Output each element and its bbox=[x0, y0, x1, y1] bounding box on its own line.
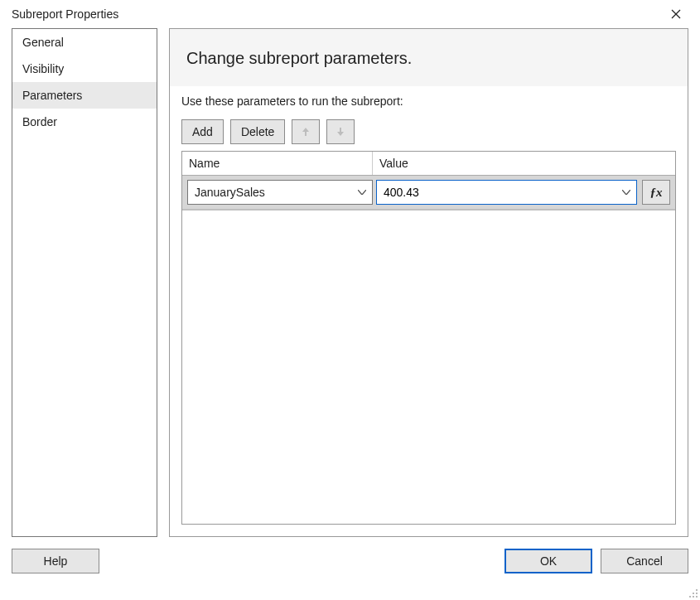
content-panel: Change subreport parameters. Use these p… bbox=[169, 28, 688, 537]
ok-button[interactable]: OK bbox=[504, 549, 592, 573]
param-name-value: JanuarySales bbox=[195, 186, 352, 199]
svg-point-7 bbox=[696, 596, 698, 598]
move-down-button[interactable] bbox=[326, 119, 355, 144]
button-label: OK bbox=[540, 554, 557, 568]
sidebar-item-label: Visibility bbox=[22, 62, 64, 75]
instruction-text: Use these parameters to run the subrepor… bbox=[181, 94, 676, 108]
button-label: Add bbox=[192, 125, 213, 138]
close-button[interactable] bbox=[662, 2, 690, 26]
sidebar-item-general[interactable]: General bbox=[12, 29, 157, 56]
table-row[interactable]: JanuarySales bbox=[182, 176, 675, 210]
chevron-down-icon bbox=[622, 190, 630, 195]
dialog-footer: Help OK Cancel bbox=[0, 544, 700, 583]
sidebar-item-label: Border bbox=[22, 115, 57, 128]
svg-point-4 bbox=[696, 593, 698, 594]
fx-icon: ƒx bbox=[650, 186, 663, 200]
help-button[interactable]: Help bbox=[12, 549, 99, 573]
svg-point-2 bbox=[696, 589, 698, 591]
param-value-input[interactable] bbox=[384, 186, 616, 199]
column-header-value: Value bbox=[373, 152, 675, 175]
svg-point-6 bbox=[693, 596, 694, 598]
arrow-up-icon bbox=[301, 127, 311, 137]
sidebar-item-visibility[interactable]: Visibility bbox=[12, 56, 157, 82]
chevron-down-icon bbox=[358, 190, 366, 195]
button-label: Delete bbox=[241, 125, 274, 138]
button-label: Help bbox=[44, 554, 68, 568]
svg-point-5 bbox=[689, 596, 691, 598]
param-value-input-wrapper bbox=[384, 186, 616, 199]
close-icon bbox=[671, 9, 681, 19]
param-toolbar: Add Delete bbox=[181, 119, 676, 144]
column-header-name: Name bbox=[182, 152, 373, 175]
expression-button[interactable]: ƒx bbox=[642, 180, 670, 205]
dialog-body: General Visibility Parameters Border Cha… bbox=[0, 28, 700, 544]
titlebar: Subreport Properties bbox=[0, 0, 700, 28]
sidebar-item-border[interactable]: Border bbox=[12, 109, 157, 135]
grid-header: Name Value bbox=[182, 152, 675, 176]
cancel-button[interactable]: Cancel bbox=[601, 549, 688, 573]
arrow-down-icon bbox=[336, 127, 345, 137]
param-value-cell: ƒx bbox=[376, 180, 670, 205]
button-label: Cancel bbox=[626, 554, 663, 568]
param-name-combo[interactable]: JanuarySales bbox=[187, 180, 373, 205]
move-up-button[interactable] bbox=[292, 119, 320, 144]
parameter-grid: Name Value JanuarySales bbox=[181, 151, 676, 525]
resize-grip-icon[interactable] bbox=[688, 588, 698, 598]
sidebar-item-label: Parameters bbox=[22, 89, 82, 102]
content-body: Use these parameters to run the subrepor… bbox=[170, 86, 688, 536]
delete-button[interactable]: Delete bbox=[230, 119, 285, 144]
svg-point-3 bbox=[693, 593, 694, 594]
window-title: Subreport Properties bbox=[12, 7, 118, 21]
param-name-cell: JanuarySales bbox=[187, 180, 376, 205]
param-value-combo[interactable] bbox=[376, 180, 637, 205]
param-name-dropdown-button[interactable] bbox=[352, 181, 372, 204]
page-title: Change subreport parameters. bbox=[170, 29, 688, 86]
param-value-dropdown-button[interactable] bbox=[616, 181, 636, 204]
sidebar: General Visibility Parameters Border bbox=[12, 28, 157, 537]
sidebar-item-label: General bbox=[22, 36, 64, 49]
sidebar-item-parameters[interactable]: Parameters bbox=[12, 82, 157, 109]
add-button[interactable]: Add bbox=[181, 119, 224, 144]
